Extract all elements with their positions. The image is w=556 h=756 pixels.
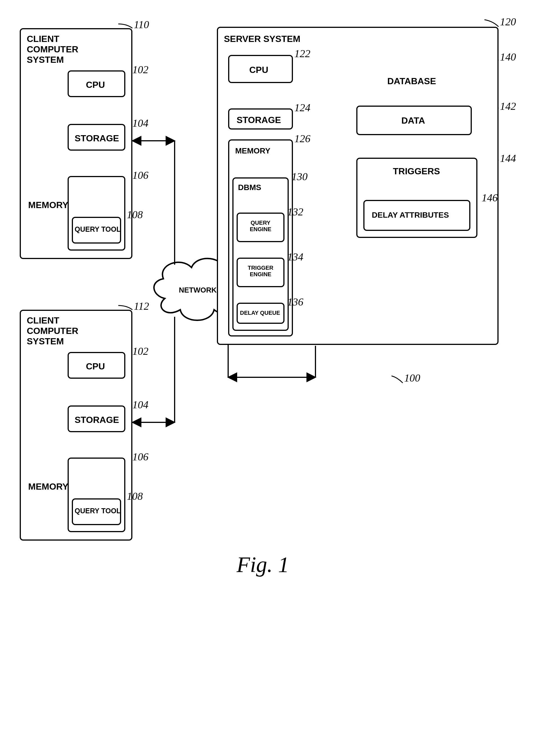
client2-qtool-label: QUERY TOOL	[75, 507, 120, 515]
server-qe-label: QUERY ENGINE	[241, 220, 280, 232]
ref-122: 122	[294, 47, 310, 60]
client1-storage-label: STORAGE	[75, 133, 119, 144]
ref-132: 132	[287, 206, 303, 218]
network-label: NETWORK	[179, 286, 217, 294]
client2-title: CLIENT COMPUTER SYSTEM	[27, 315, 78, 346]
server-memory-label: MEMORY	[235, 146, 270, 155]
ref-110: 110	[134, 18, 149, 31]
ref-104b: 104	[132, 398, 148, 411]
ref-106b: 106	[132, 451, 148, 463]
db-trig-label: TRIGGERS	[393, 166, 440, 177]
ref-134: 134	[287, 251, 303, 263]
ref-142: 142	[500, 100, 516, 112]
ref-108b: 108	[127, 490, 143, 502]
server-storage-label: STORAGE	[237, 115, 281, 125]
client1-title: CLIENT COMPUTER SYSTEM	[27, 34, 78, 65]
ref-102b: 102	[132, 345, 148, 357]
client2-memory-label: MEMORY	[28, 481, 68, 492]
ref-102a: 102	[132, 63, 148, 76]
ref-104a: 104	[132, 117, 148, 129]
client2-storage-label: STORAGE	[75, 415, 119, 425]
server-cpu-label: CPU	[249, 65, 269, 75]
ref-126: 126	[294, 132, 310, 145]
client2-cpu-label: CPU	[86, 361, 105, 372]
server-dq-label: DELAY QUEUE	[240, 310, 280, 316]
db-dattr-label: DELAY ATTRIBUTES	[372, 211, 449, 220]
ref-106a: 106	[132, 169, 148, 181]
ref-112: 112	[134, 300, 149, 312]
server-te-label: TRIGGER ENGINE	[241, 265, 280, 278]
ref-120: 120	[500, 15, 516, 28]
client1-memory-label: MEMORY	[28, 200, 68, 210]
ref-140: 140	[500, 51, 516, 63]
db-data-label: DATA	[402, 115, 425, 126]
figure-caption: Fig. 1	[237, 552, 289, 577]
ref-124: 124	[294, 101, 310, 114]
ref-144: 144	[500, 152, 516, 165]
server-dbms-label: DBMS	[238, 183, 261, 192]
server-title: SERVER SYSTEM	[224, 34, 300, 44]
db-title: DATABASE	[387, 76, 436, 86]
ref-108a: 108	[127, 208, 143, 221]
client1-qtool-label: QUERY TOOL	[75, 225, 120, 233]
ref-100: 100	[404, 372, 420, 384]
ref-146: 146	[482, 191, 498, 204]
ref-130: 130	[291, 170, 308, 183]
ref-136: 136	[287, 296, 303, 308]
client1-cpu-label: CPU	[86, 80, 105, 90]
